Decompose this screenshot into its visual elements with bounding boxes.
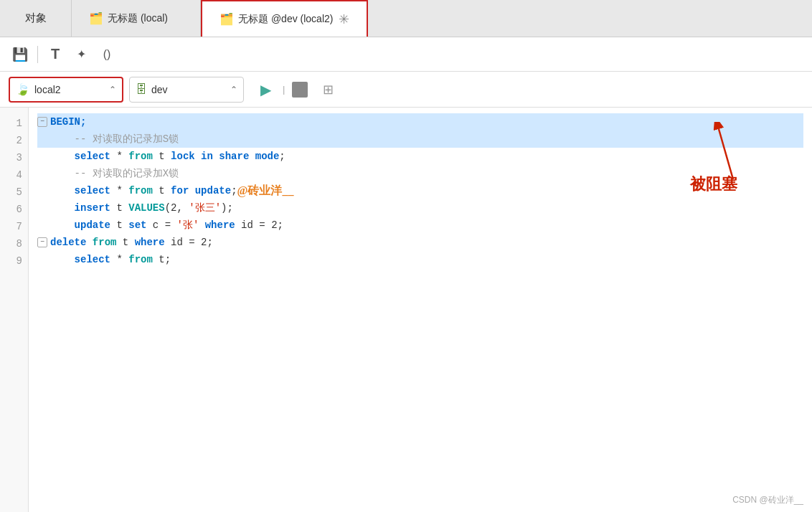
fold-icon-8[interactable]: − — [37, 237, 47, 247]
code-token: share — [219, 148, 249, 165]
code-line-5: − select * from t for update;@砖业洋__ — [37, 182, 803, 199]
code-token: delete — [50, 234, 86, 251]
code-line-2: − -- 对读取的记录加S锁 — [37, 131, 803, 148]
code-token: t — [153, 182, 171, 199]
code-line-8: − delete from t where id = 2; — [37, 234, 803, 251]
code-token: from — [93, 234, 117, 251]
braces-button[interactable]: () — [95, 43, 118, 66]
connection-arrow-icon: ⌃ — [109, 85, 116, 95]
tab-local[interactable]: 🗂️ 无标题 (local) — [72, 0, 201, 37]
code-line-4: − -- 对读取的记录加X锁 — [37, 165, 803, 182]
code-token — [50, 182, 75, 199]
code-token — [50, 148, 75, 165]
app-container: 对象 🗂️ 无标题 (local) 🗂️ 无标题 @dev (local2) ✳… — [0, 0, 812, 512]
line-numbers: 1 2 3 4 5 6 7 8 9 — [0, 108, 29, 512]
code-token — [213, 148, 219, 165]
code-token — [86, 234, 92, 251]
run-limit-label: | — [283, 84, 285, 95]
code-token — [189, 182, 194, 199]
orange-annotation-inline: @砖业洋__ — [237, 182, 294, 199]
code-token: set — [128, 217, 146, 234]
tab-local-icon: 🗂️ — [89, 11, 103, 25]
code-line-9: − select * from t; — [37, 251, 803, 268]
toolbar: 💾 T ✦ () — [0, 37, 812, 72]
spinner-icon: ✳ — [339, 11, 349, 27]
editor-area: 1 2 3 4 5 6 7 8 9 − BEGIN; − -- 对读取的记录加S… — [0, 108, 812, 512]
run-button[interactable]: ▶ — [255, 80, 275, 100]
code-token: '张' — [176, 217, 199, 234]
code-token: insert — [75, 199, 110, 217]
code-token: (2, — [165, 199, 189, 217]
line-num-2: 2 — [0, 131, 28, 148]
code-token: select — [75, 251, 110, 268]
code-token: VALUES — [128, 199, 164, 217]
code-token — [199, 217, 204, 234]
line-num-1: 1 — [0, 113, 28, 131]
code-token — [195, 148, 201, 165]
code-token: select — [75, 182, 110, 199]
save-button[interactable]: 💾 — [9, 43, 32, 66]
code-token — [50, 217, 75, 234]
code-line-6: − insert t VALUES(2, '张三'); — [37, 199, 803, 217]
tab-dev[interactable]: 🗂️ 无标题 @dev (local2) ✳ — [201, 0, 368, 37]
database-icon: 🗄 — [136, 83, 147, 96]
code-token: select — [75, 148, 110, 165]
line-num-4: 4 — [0, 165, 28, 182]
stop-button[interactable] — [292, 82, 308, 98]
code-token: c = — [146, 217, 176, 234]
code-token: ; — [231, 182, 237, 199]
tab-dev-label: 无标题 @dev (local2) — [238, 13, 333, 26]
toolbar-separator-1 — [37, 46, 38, 63]
database-name: dev — [151, 84, 226, 95]
code-token — [249, 148, 255, 165]
code-token: BEGIN; — [50, 113, 86, 131]
code-token: -- 对读取的记录加X锁 — [50, 165, 179, 182]
line-num-9: 9 — [0, 251, 28, 268]
code-area[interactable]: − BEGIN; − -- 对读取的记录加S锁 − select * from … — [29, 108, 812, 512]
tab-local-label: 无标题 (local) — [108, 12, 168, 25]
code-token: * — [110, 182, 128, 199]
database-arrow-icon: ⌃ — [230, 85, 237, 95]
code-token — [50, 251, 75, 268]
connection-icon: 🍃 — [16, 82, 30, 96]
code-token: id = 2; — [165, 234, 213, 251]
connection-name: local2 — [34, 84, 105, 95]
line-num-8: 8 — [0, 234, 28, 251]
code-token: in — [201, 148, 213, 165]
line-num-6: 6 — [0, 199, 28, 217]
watermark: CSDN @砖业洋__ — [732, 494, 803, 506]
tab-objects-label: 对象 — [25, 11, 47, 25]
code-token: lock — [171, 148, 195, 165]
code-token: update — [195, 182, 231, 199]
code-token: where — [205, 217, 235, 234]
code-token: for — [171, 182, 189, 199]
code-token: from — [128, 148, 153, 165]
code-token: '张三' — [189, 199, 221, 217]
database-dropdown[interactable]: 🗄 dev ⌃ — [129, 77, 244, 103]
fold-icon-1[interactable]: − — [37, 117, 47, 127]
code-token: from — [128, 251, 153, 268]
code-token: ); — [221, 199, 233, 217]
code-token: where — [135, 234, 165, 251]
code-token: * — [110, 148, 128, 165]
code-token: ; — [279, 148, 285, 165]
connection-dropdown[interactable]: 🍃 local2 ⌃ — [9, 77, 123, 103]
tab-objects[interactable]: 对象 — [0, 0, 72, 37]
code-token — [50, 199, 75, 217]
code-token: -- 对读取的记录加S锁 — [50, 131, 179, 148]
code-token: id = 2; — [235, 217, 283, 234]
code-token: from — [128, 182, 153, 199]
code-token: t — [110, 217, 128, 234]
magic-button[interactable]: ✦ — [70, 43, 93, 66]
format-button[interactable]: T — [44, 43, 67, 66]
explain-button[interactable]: ⊞ — [316, 80, 339, 100]
code-token: update — [75, 217, 110, 234]
connection-bar: 🍃 local2 ⌃ 🗄 dev ⌃ ▶ | ⊞ — [0, 72, 812, 108]
tab-dev-icon: 🗂️ — [219, 12, 234, 26]
line-num-5: 5 — [0, 182, 28, 199]
code-token: * — [110, 251, 128, 268]
code-line-1: − BEGIN; — [37, 113, 803, 131]
code-token: t — [116, 234, 134, 251]
line-num-7: 7 — [0, 217, 28, 234]
code-token: t — [153, 148, 171, 165]
